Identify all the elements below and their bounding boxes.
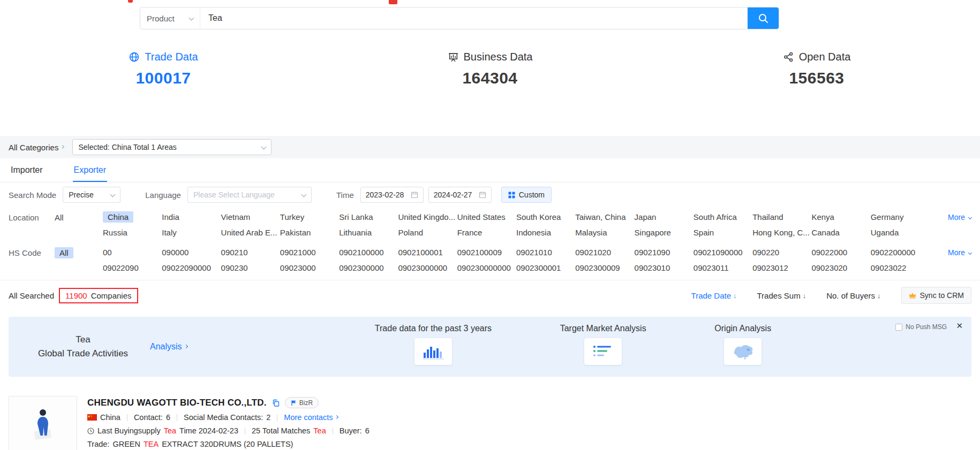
matches-text: 25 Total Matches: [252, 426, 310, 435]
custom-button[interactable]: Custom: [501, 187, 552, 203]
location-option[interactable]: United Kingdo...: [398, 211, 455, 223]
banner-item-target-market[interactable]: Target Market Analysis: [560, 324, 646, 365]
hs-code-option[interactable]: 0902300001: [516, 262, 561, 273]
sort-trades-sum[interactable]: Trades Sum ↓: [757, 291, 806, 300]
hs-code-option[interactable]: 00: [103, 247, 112, 258]
sort-no-of-buyers[interactable]: No. of Buyers ↓: [826, 291, 880, 300]
location-option[interactable]: Russia: [103, 227, 127, 238]
location-option[interactable]: Malaysia: [575, 227, 607, 238]
search-mode-select[interactable]: Precise: [63, 187, 120, 203]
hs-code-option[interactable]: 0902100001: [398, 247, 442, 258]
stat-trade-data[interactable]: Trade Data 100017: [0, 51, 327, 87]
search-input[interactable]: [200, 7, 748, 29]
company-name[interactable]: CHENGDU WAGOTT BIO-TECH CO.,LTD.: [87, 398, 267, 408]
more-contacts-link[interactable]: More contacts: [284, 413, 338, 422]
location-option[interactable]: Indonesia: [516, 227, 551, 238]
hs-code-option[interactable]: 09021000: [280, 247, 316, 258]
location-more-link[interactable]: More: [930, 211, 971, 222]
search-button[interactable]: [748, 7, 779, 29]
language-select[interactable]: Please Select Language: [187, 187, 312, 203]
location-option[interactable]: Poland: [398, 227, 423, 238]
hs-code-option[interactable]: 090230: [221, 262, 248, 273]
location-option[interactable]: United States: [457, 211, 506, 223]
location-option[interactable]: Pakistan: [280, 227, 311, 238]
hs-code-option[interactable]: 09021010: [516, 247, 552, 258]
close-icon[interactable]: ✕: [956, 321, 963, 331]
hs-code-option[interactable]: 090000: [162, 247, 189, 258]
bar-chart-icon: [421, 343, 445, 360]
location-option[interactable]: Sri Lanka: [339, 211, 373, 223]
hs-code-option[interactable]: 09022090: [103, 262, 139, 273]
stat-business-data[interactable]: Business Data 164304: [327, 51, 653, 87]
bizr-badge[interactable]: BizR: [285, 397, 319, 408]
hs-code-all-option[interactable]: All: [55, 247, 73, 258]
date-from-input[interactable]: 2023-02-28: [360, 187, 424, 203]
hs-code-option[interactable]: 0902300009: [575, 262, 620, 273]
hs-code-option[interactable]: 090210: [221, 247, 248, 258]
location-option[interactable]: India: [162, 211, 179, 223]
sort-down-arrow-icon: ↓: [733, 292, 737, 300]
hs-code-option[interactable]: 0902100000: [339, 247, 383, 258]
search-category-select[interactable]: Product: [140, 7, 200, 29]
sync-to-crm-label: Sync to CRM: [920, 291, 964, 300]
hs-code-option[interactable]: 09023010: [635, 262, 670, 273]
location-option[interactable]: Taiwan, China: [575, 211, 625, 223]
tab-importer[interactable]: Importer: [10, 158, 44, 182]
hs-code-option[interactable]: 09023011: [693, 262, 729, 273]
location-option[interactable]: South Africa: [693, 211, 737, 223]
location-option[interactable]: Canada: [811, 227, 840, 238]
hs-code-option[interactable]: 090230000000: [457, 262, 511, 273]
sync-to-crm-button[interactable]: Sync to CRM: [901, 287, 971, 304]
hs-code-option[interactable]: 09023022: [871, 262, 907, 273]
location-option[interactable]: Thailand: [752, 211, 783, 223]
location-option[interactable]: Hong Kong, C...: [752, 227, 810, 238]
tab-exporter[interactable]: Exporter: [73, 158, 107, 182]
hs-code-option[interactable]: 09022000: [811, 247, 847, 258]
location-option[interactable]: China: [103, 211, 133, 223]
hs-code-option[interactable]: 09022090000: [162, 262, 211, 273]
location-option[interactable]: South Korea: [516, 211, 561, 223]
location-row-2: RussiaItalyUnited Arab E...PakistanLithu…: [103, 227, 930, 238]
area-select[interactable]: Selected: China Total 1 Areas: [72, 139, 272, 155]
hs-code-option[interactable]: 09023012: [752, 262, 788, 273]
location-option[interactable]: Germany: [871, 211, 904, 223]
location-facet: Location All ChinaIndiaVietnamTurkeySri …: [9, 211, 971, 238]
hs-code-option[interactable]: 09021090: [635, 247, 670, 258]
location-all-option[interactable]: All: [55, 213, 64, 222]
company-logo[interactable]: [9, 396, 77, 450]
hs-code-option[interactable]: 0902200000: [871, 247, 915, 258]
location-option[interactable]: Spain: [693, 227, 714, 238]
location-option[interactable]: United Arab E...: [221, 227, 277, 238]
hs-code-option[interactable]: 0902100009: [457, 247, 502, 258]
location-option[interactable]: Vietnam: [221, 211, 251, 223]
sort-trade-date[interactable]: Trade Date ↓: [691, 291, 737, 300]
location-option[interactable]: France: [457, 227, 483, 238]
hs-code-option[interactable]: 090220: [752, 247, 779, 258]
location-option[interactable]: Uganda: [871, 227, 899, 238]
hs-code-more-link[interactable]: More: [930, 247, 971, 257]
hs-code-option[interactable]: 09023000000: [398, 262, 447, 273]
all-categories-link[interactable]: All Categories: [9, 143, 58, 152]
location-option[interactable]: Kenya: [811, 211, 834, 223]
hs-code-option[interactable]: 09023020: [811, 262, 847, 273]
hs-code-option[interactable]: 09021020: [575, 247, 611, 258]
no-push-msg-checkbox[interactable]: No Push MSG: [895, 323, 947, 331]
hs-code-row-2: 0902209009022090000090230090230000902300…: [103, 262, 930, 273]
hs-code-row-1: 0009000009021009021000090210000009021000…: [103, 247, 930, 258]
banner-item-label: Trade data for the past 3 years: [375, 324, 492, 333]
location-option[interactable]: Turkey: [280, 211, 304, 223]
company-card[interactable]: CHENGDU WAGOTT BIO-TECH CO.,LTD. BizR Ch…: [9, 396, 971, 450]
location-option[interactable]: Japan: [635, 211, 657, 223]
date-to-input[interactable]: 2024-02-27: [428, 187, 492, 203]
hs-code-option[interactable]: 09021090000: [693, 247, 743, 258]
analysis-link[interactable]: Analysis: [150, 342, 187, 352]
banner-item-trade-data[interactable]: Trade data for the past 3 years: [375, 324, 492, 365]
location-option[interactable]: Lithuania: [339, 227, 372, 238]
stat-open-data[interactable]: Open Data 156563: [653, 51, 980, 87]
hs-code-option[interactable]: 09023000: [280, 262, 316, 273]
copy-icon[interactable]: [272, 399, 280, 407]
location-option[interactable]: Italy: [162, 227, 177, 238]
location-option[interactable]: Singapore: [635, 227, 671, 238]
banner-item-origin-analysis[interactable]: Origin Analysis: [714, 324, 771, 365]
hs-code-option[interactable]: 0902300000: [339, 262, 383, 273]
